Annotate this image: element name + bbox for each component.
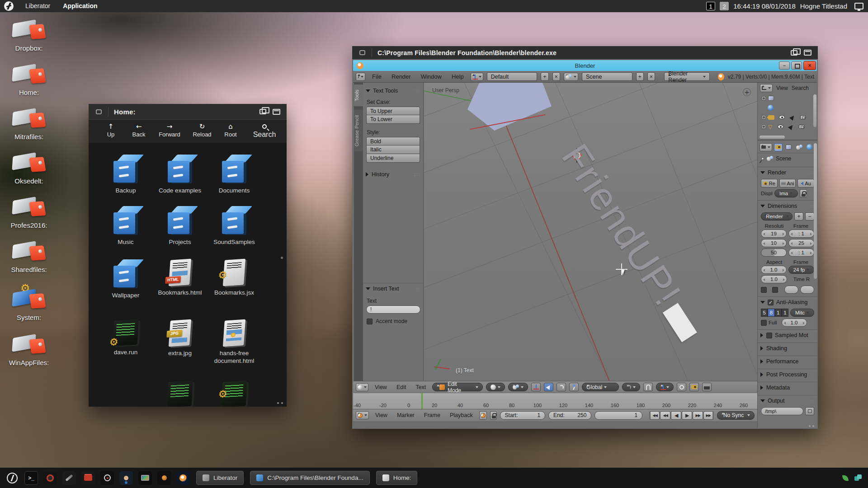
file-soundsamples[interactable]: SoundSamples: [207, 206, 261, 246]
forward-button[interactable]: → Forward: [153, 122, 186, 138]
jump-end-button[interactable]: ▶▶: [703, 411, 714, 420]
editor-type-icon[interactable]: [356, 383, 368, 391]
expand-icon[interactable]: +: [761, 124, 766, 129]
outliner-row-scene[interactable]: +: [758, 94, 817, 103]
file-extra-jpg[interactable]: JPG extra.jpg: [153, 320, 207, 357]
filter-size-field[interactable]: 1.0: [782, 319, 807, 327]
frame-end-field[interactable]: End:250: [548, 411, 591, 420]
taskbar-button-home[interactable]: Home:: [376, 471, 418, 485]
menu-application[interactable]: Application: [57, 0, 104, 12]
workspace-2-button[interactable]: 2: [720, 2, 729, 10]
viewport-3d[interactable]: FriendUP! User Persp (1) Text +: [424, 83, 757, 381]
desktop-icon-oksedelt[interactable]: Oksedelt:: [6, 153, 52, 185]
workspace-1-button[interactable]: 1: [706, 2, 715, 10]
snap-magnet-icon[interactable]: [643, 383, 653, 391]
selectability-icon[interactable]: [788, 123, 794, 130]
timeline-menu-view[interactable]: View: [372, 412, 391, 418]
output-path-field[interactable]: /tmp\: [761, 407, 803, 415]
file-code-examples[interactable]: Code examples: [153, 155, 207, 195]
desktop-icon-sharedfiles[interactable]: Sharedfiles:: [6, 241, 52, 273]
outliner-row-lamp[interactable]: + ▽: [758, 122, 817, 131]
viewport-menu-edit[interactable]: Edit: [393, 384, 410, 390]
resize-grip[interactable]: [809, 425, 814, 427]
workspaces-icon[interactable]: [854, 474, 862, 482]
desktop-icon-system[interactable]: ⚙ System:: [6, 289, 52, 321]
file-backup[interactable]: Backup: [99, 155, 153, 195]
fm-titlebar[interactable]: Home:: [89, 104, 287, 119]
file-music[interactable]: Music: [99, 206, 153, 246]
manipulator-rotate-icon[interactable]: [557, 383, 566, 391]
outliner-hscrollbar[interactable]: [760, 136, 785, 139]
outliner-scrollbar[interactable]: [813, 94, 816, 127]
desktop-icon-winappfiles[interactable]: WinAppFiles:: [6, 334, 52, 366]
tab-scene[interactable]: [795, 143, 803, 151]
time-remap-new[interactable]: [800, 286, 814, 294]
frame-start-field[interactable]: Start:1: [500, 411, 546, 420]
manipulator-translate-icon[interactable]: [544, 383, 553, 391]
full-sample-checkbox[interactable]: [761, 320, 767, 326]
file-browse-icon[interactable]: [805, 407, 814, 415]
output-panel-header[interactable]: Output::::: [758, 396, 817, 405]
dimensions-panel-header[interactable]: Dimensions::::: [758, 202, 817, 211]
window-stack-icon[interactable]: [791, 50, 797, 56]
layout-selector[interactable]: Default: [487, 72, 538, 81]
manipulator-scale-icon[interactable]: [569, 383, 579, 391]
sampled-motion-blur-checkbox[interactable]: [766, 333, 772, 338]
frame-start-field[interactable]: : 1: [788, 230, 814, 238]
preview-range-icon[interactable]: [479, 411, 487, 420]
to-lower-button[interactable]: To Lower: [366, 115, 420, 124]
region-expand-icon[interactable]: +: [743, 88, 751, 96]
visibility-icon[interactable]: [778, 125, 783, 129]
anti-aliasing-panel-header[interactable]: ✓ Anti-Aliasing: [758, 298, 817, 307]
sampled-motion-blur-panel-header[interactable]: Sampled Mot: [758, 331, 817, 340]
display-mode-selector[interactable]: Ima: [774, 189, 798, 197]
text-object[interactable]: FriendUP!: [553, 136, 712, 347]
tab-render[interactable]: [774, 143, 783, 151]
next-keyframe-button[interactable]: ▶▶: [693, 411, 703, 420]
remove-scene-button[interactable]: ×: [647, 72, 655, 81]
window-stack-icon[interactable]: [259, 109, 266, 114]
timeline-menu-playback[interactable]: Playback: [447, 412, 476, 418]
editor-type-icon[interactable]: [760, 84, 773, 92]
render-button[interactable]: Re: [761, 179, 778, 188]
file-documents[interactable]: Documents: [207, 155, 261, 195]
properties-scrollbar[interactable]: [814, 143, 817, 279]
dimensions-preset-selector[interactable]: Render: [761, 212, 793, 221]
file-bookmarks-html[interactable]: HTML Bookmarks.html: [153, 259, 207, 297]
border-checkbox[interactable]: [761, 287, 767, 293]
pin-icon[interactable]: [761, 157, 764, 160]
accent-mode-checkbox[interactable]: [367, 319, 373, 324]
outliner-row-world[interactable]: [758, 103, 817, 113]
crop-checkbox[interactable]: [772, 287, 778, 293]
expand-icon[interactable]: +: [761, 96, 766, 101]
visibility-icon[interactable]: [779, 115, 785, 119]
add-preset-button[interactable]: +: [794, 212, 803, 221]
camera-app-icon[interactable]: [100, 471, 114, 485]
orientation-selector[interactable]: Global: [582, 383, 619, 391]
viewport-menu-text[interactable]: Text: [412, 384, 429, 390]
unlock-icon[interactable]: [800, 189, 807, 197]
scrollbar-thumb[interactable]: [281, 257, 283, 259]
window-shade-icon[interactable]: [273, 109, 280, 115]
desktop-icon-home[interactable]: Home:: [6, 64, 52, 96]
back-button[interactable]: ← Back: [125, 122, 153, 138]
fps-selector[interactable]: 24 fp: [788, 266, 814, 274]
blender-titlebar[interactable]: C:\Program Files\Blender Foundation\Blen…: [352, 46, 818, 59]
aspect-y-field[interactable]: 1.0: [761, 275, 787, 283]
aa-filter-selector[interactable]: Mitc: [790, 309, 814, 317]
text-tools-panel-header[interactable]: Text Tools::::: [363, 86, 423, 95]
remove-layout-button[interactable]: ×: [552, 72, 560, 81]
blender-app-titlebar[interactable]: Blender − ×: [353, 60, 817, 71]
target-app-icon[interactable]: [43, 471, 57, 485]
outliner-menu-search[interactable]: Search: [792, 85, 809, 91]
resize-grip[interactable]: [277, 402, 283, 404]
sync-mode-selector[interactable]: No Sync: [717, 411, 755, 420]
metadata-panel-header[interactable]: Metadata: [758, 383, 817, 392]
current-frame-field[interactable]: 1: [594, 411, 642, 420]
history-panel-header[interactable]: History::::: [363, 170, 423, 179]
performance-panel-header[interactable]: Performance: [758, 357, 817, 366]
desktop-icon-profes2016[interactable]: Profes2016:: [6, 197, 52, 229]
insert-text-input[interactable]: [366, 305, 420, 314]
desktop-icon-dropbox[interactable]: Dropbox:: [6, 20, 52, 52]
menu-render[interactable]: Render: [388, 73, 414, 80]
